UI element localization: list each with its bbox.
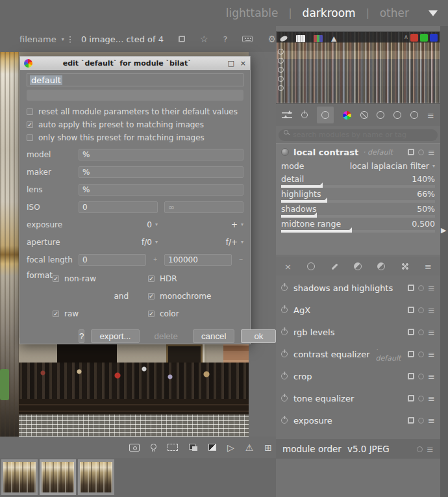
module-row-exposure[interactable]: exposure ≡: [276, 409, 440, 431]
presets-menu-icon[interactable]: ≡: [428, 394, 435, 403]
reset-icon[interactable]: [418, 329, 424, 335]
scope-option-icon[interactable]: [278, 49, 284, 55]
raster-mask-icon[interactable]: [401, 262, 409, 270]
group-icon[interactable]: [393, 111, 401, 119]
option-reset-params[interactable]: reset all module parameters to their def…: [27, 105, 243, 118]
sort-order-icon[interactable]: [69, 36, 71, 43]
module-row-agx[interactable]: AgX ≡: [276, 299, 440, 321]
option-auto-apply[interactable]: ✓ auto apply this preset to matching ima…: [27, 118, 243, 131]
close-icon[interactable]: ×: [240, 59, 246, 68]
reset-icon[interactable]: [417, 446, 423, 452]
checkbox[interactable]: ✓: [53, 311, 59, 317]
slider-track[interactable]: [281, 185, 435, 188]
presets-menu-icon[interactable]: ≡: [428, 416, 435, 426]
focal-min-input[interactable]: 0: [79, 254, 146, 266]
format-raw[interactable]: ✓ raw: [53, 309, 148, 318]
help-icon[interactable]: ?: [223, 34, 228, 44]
views-dropdown-icon[interactable]: [429, 10, 438, 16]
module-order-bar[interactable]: module order v5.0 JPEG ≡: [276, 439, 440, 459]
exposure-min-select[interactable]: 0 ▾: [79, 220, 158, 229]
cancel-button[interactable]: cancel: [193, 329, 235, 343]
module-row-clipped[interactable]: ≡: [276, 431, 440, 437]
multi-instance-icon[interactable]: [408, 329, 414, 335]
grouping-icon[interactable]: [179, 36, 185, 42]
reset-icon[interactable]: [418, 285, 424, 291]
reset-icon[interactable]: [418, 149, 424, 155]
presets-menu-icon[interactable]: ≡: [428, 283, 435, 293]
tab-lighttable[interactable]: lighttable: [226, 6, 279, 19]
module-row-shadows-highlights[interactable]: shadows and highlights ≡: [276, 277, 440, 299]
multi-instance-icon[interactable]: [408, 149, 414, 155]
module-row-tone-equalizer[interactable]: tone equalizer ≡: [276, 387, 440, 409]
scope-option-icon[interactable]: [278, 85, 284, 91]
groups-menu-icon[interactable]: ≡: [427, 110, 434, 120]
delete-button[interactable]: delete: [146, 329, 186, 343]
format-monochrome[interactable]: ✓ monochrome: [148, 292, 243, 301]
checkbox[interactable]: [27, 134, 33, 141]
softproof-icon[interactable]: [189, 444, 197, 451]
module-power-icon[interactable]: [281, 373, 288, 379]
module-power-icon[interactable]: [281, 395, 288, 401]
guides-grid-icon[interactable]: ⊞: [264, 442, 272, 453]
sort-caret-icon[interactable]: ▾: [62, 36, 64, 42]
raw-overexposure-icon[interactable]: ▷: [227, 442, 234, 453]
module-power-icon[interactable]: [281, 351, 288, 357]
reset-icon[interactable]: [418, 374, 424, 379]
dialog-titlebar[interactable]: edit `default` for module `bilat` □ ×: [20, 57, 250, 70]
format-non-raw[interactable]: ✓ non-raw: [53, 274, 148, 283]
scope-settings-icon[interactable]: [279, 34, 288, 42]
preset-description-input[interactable]: [27, 90, 243, 101]
rgb-parade-icon[interactable]: [314, 35, 323, 42]
mask-uniform-icon[interactable]: [307, 262, 315, 270]
sort-by-label[interactable]: filename: [19, 34, 56, 44]
slider-track[interactable]: [281, 230, 435, 233]
presets-menu-icon[interactable]: ≡: [428, 327, 435, 337]
blue-channel-toggle[interactable]: [430, 34, 438, 42]
selected-group-tab[interactable]: [317, 107, 334, 123]
module-power-icon[interactable]: [281, 329, 288, 335]
red-channel-toggle[interactable]: [410, 34, 418, 42]
presets-menu-icon[interactable]: ≡: [427, 444, 434, 454]
drawn-mask-icon[interactable]: [331, 263, 338, 270]
multi-instance-icon[interactable]: [408, 285, 414, 291]
slider-highlights[interactable]: highlights 66%: [276, 189, 440, 203]
clipping-warning-icon[interactable]: [208, 444, 216, 451]
exposure-max-select[interactable]: + ▾: [164, 220, 243, 229]
preset-name-input[interactable]: default: [27, 73, 243, 86]
multi-instance-icon[interactable]: [408, 395, 414, 401]
aperture-min-select[interactable]: f/0 ▾: [79, 238, 158, 247]
chevron-up-icon[interactable]: ∧: [404, 33, 408, 40]
active-modules-icon[interactable]: [282, 111, 292, 119]
module-power-icon[interactable]: [281, 148, 289, 156]
multi-instance-icon[interactable]: [408, 351, 414, 357]
option-only-show[interactable]: only show this preset for matching image…: [27, 131, 243, 144]
aperture-max-select[interactable]: f/+ ▾: [164, 238, 243, 247]
drawn-parametric-mask-icon[interactable]: [377, 262, 385, 270]
star-icon[interactable]: ☆: [200, 34, 208, 44]
checkbox[interactable]: ✓: [148, 311, 155, 317]
stepper-icons[interactable]: −: [238, 257, 243, 262]
module-power-icon[interactable]: [281, 307, 288, 313]
color-assessment-icon[interactable]: [129, 444, 140, 452]
gear-icon[interactable]: ⚙: [268, 34, 276, 44]
module-power-icon[interactable]: [281, 285, 288, 291]
mode-select[interactable]: local laplacian filter ▾: [350, 161, 435, 171]
scope-option-icon[interactable]: [278, 76, 284, 82]
export-button[interactable]: export...: [91, 329, 139, 343]
reset-icon[interactable]: [418, 307, 424, 313]
multi-instance-icon[interactable]: [408, 307, 414, 313]
search-input[interactable]: [279, 129, 438, 141]
slider-detail[interactable]: detail 140%: [276, 174, 440, 188]
scope-option-icon[interactable]: [278, 67, 284, 73]
presets-menu-icon[interactable]: ≡: [428, 350, 435, 359]
parametric-mask-icon[interactable]: [354, 262, 362, 270]
presets-menu-icon[interactable]: ≡: [428, 305, 435, 315]
format-hdr[interactable]: ✓ HDR: [148, 274, 243, 283]
checkbox[interactable]: [27, 108, 33, 115]
group-icon[interactable]: [410, 111, 418, 119]
slider-track[interactable]: [281, 215, 435, 218]
multi-instance-icon[interactable]: [408, 417, 414, 424]
checkbox[interactable]: ✓: [148, 293, 155, 299]
maker-input[interactable]: %: [79, 166, 243, 178]
presets-menu-icon[interactable]: ≡: [428, 372, 435, 381]
